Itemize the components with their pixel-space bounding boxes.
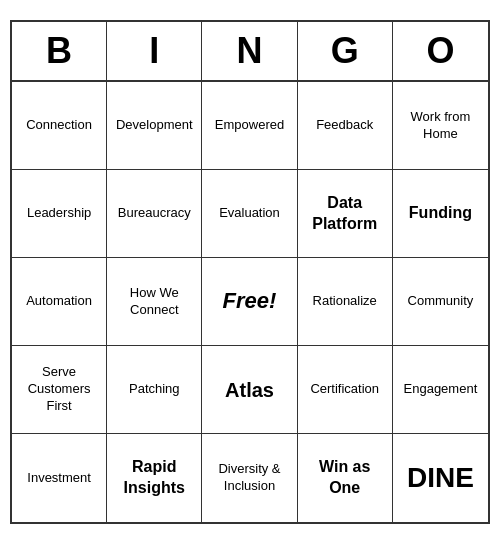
- bingo-grid: ConnectionDevelopmentEmpoweredFeedbackWo…: [12, 82, 488, 522]
- bingo-cell-12: Free!: [202, 258, 297, 346]
- header-letter-G: G: [298, 22, 393, 80]
- bingo-cell-11: How We Connect: [107, 258, 202, 346]
- bingo-cell-16: Patching: [107, 346, 202, 434]
- bingo-cell-10: Automation: [12, 258, 107, 346]
- bingo-cell-7: Evaluation: [202, 170, 297, 258]
- header-letter-O: O: [393, 22, 488, 80]
- bingo-card: BINGO ConnectionDevelopmentEmpoweredFeed…: [10, 20, 490, 524]
- header-letter-N: N: [202, 22, 297, 80]
- bingo-cell-17: Atlas: [202, 346, 297, 434]
- bingo-cell-14: Community: [393, 258, 488, 346]
- bingo-cell-23: Win as One: [298, 434, 393, 522]
- header-letter-B: B: [12, 22, 107, 80]
- bingo-cell-0: Connection: [12, 82, 107, 170]
- bingo-cell-20: Investment: [12, 434, 107, 522]
- bingo-header: BINGO: [12, 22, 488, 82]
- bingo-cell-15: Serve Customers First: [12, 346, 107, 434]
- bingo-cell-1: Development: [107, 82, 202, 170]
- header-letter-I: I: [107, 22, 202, 80]
- bingo-cell-22: Diversity & Inclusion: [202, 434, 297, 522]
- bingo-cell-5: Leadership: [12, 170, 107, 258]
- bingo-cell-6: Bureaucracy: [107, 170, 202, 258]
- bingo-cell-9: Funding: [393, 170, 488, 258]
- bingo-cell-21: Rapid Insights: [107, 434, 202, 522]
- bingo-cell-13: Rationalize: [298, 258, 393, 346]
- bingo-cell-18: Certification: [298, 346, 393, 434]
- bingo-cell-8: Data Platform: [298, 170, 393, 258]
- bingo-cell-2: Empowered: [202, 82, 297, 170]
- bingo-cell-4: Work from Home: [393, 82, 488, 170]
- bingo-cell-3: Feedback: [298, 82, 393, 170]
- bingo-cell-24: DINE: [393, 434, 488, 522]
- bingo-cell-19: Engagement: [393, 346, 488, 434]
